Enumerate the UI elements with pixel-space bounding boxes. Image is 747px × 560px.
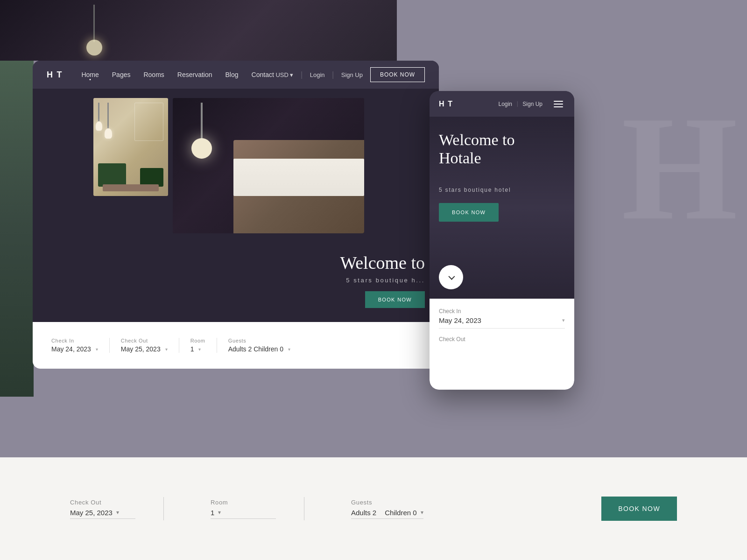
hero-title: Welcome to [340, 253, 425, 273]
desktop-logo: H T [47, 70, 63, 80]
mobile-checkin-field: Check In May 24, 2023 ▾ [439, 308, 565, 329]
bottom-book-now-button[interactable]: BOOK NOW [601, 497, 677, 521]
nav-link-reservation[interactable]: Reservation [177, 71, 212, 78]
mobile-navbar: H T Login | Sign Up [430, 91, 574, 117]
nav-link-pages[interactable]: Pages [112, 71, 131, 78]
desktop-login-button[interactable]: Login [310, 71, 325, 78]
desktop-booking-bar: Check In May 24, 2023 ▾ Check Out May 25… [33, 322, 439, 369]
mobile-signup[interactable]: Sign Up [522, 101, 543, 107]
nav-link-blog[interactable]: Blog [226, 71, 239, 78]
checkin-label: Check In [51, 338, 98, 343]
checkout-arrow-bottom: ▾ [116, 509, 119, 516]
room-image-bedroom [173, 98, 364, 233]
mobile-checkout-label: Check Out [439, 336, 565, 343]
mobile-hero: Welcome to Hotale 5 stars boutique hotel… [430, 117, 574, 299]
guests-value[interactable]: Adults 2 Children 0 ▾ [228, 345, 290, 353]
guests-arrow-bottom: ▾ [421, 509, 423, 516]
hamburger-line-3 [554, 106, 563, 107]
mobile-scroll-down-button[interactable] [439, 265, 463, 289]
bg-h-letter: H [621, 93, 738, 243]
mobile-book-now-button[interactable]: BOOK NOW [439, 203, 499, 222]
checkin-arrow: ▾ [96, 347, 98, 352]
checkin-value[interactable]: May 24, 2023 ▾ [51, 345, 98, 353]
mobile-login[interactable]: Login [499, 101, 512, 107]
checkout-label: Check Out [121, 338, 168, 343]
mobile-logo: H T [439, 100, 453, 108]
nav-link-home[interactable]: Home [81, 71, 99, 78]
hero-book-now-button[interactable]: BOOK NOW [365, 291, 425, 308]
mobile-divider: | [517, 100, 518, 107]
currency-selector[interactable]: USD ▾ [275, 71, 293, 78]
guests-field: Guests Adults 2 Children 0 ▾ [217, 338, 302, 353]
mobile-checkin-value[interactable]: May 24, 2023 ▾ [439, 316, 565, 329]
bg-top-image [0, 0, 397, 61]
bed [233, 140, 364, 233]
hero-text-block: Welcome to 5 stars boutique h... BOOK NO… [340, 253, 425, 308]
mobile-checkin-label: Check In [439, 308, 565, 315]
mobile-menu-icon[interactable] [552, 99, 565, 109]
guests-arrow: ▾ [288, 347, 290, 352]
mobile-card: H T Login | Sign Up Welcome to Hotale 5 … [430, 91, 574, 390]
guests-label-bottom: Guests [351, 499, 423, 506]
guests-field-bottom: Guests Adults 2 Children 0 ▾ [332, 499, 423, 519]
room-value[interactable]: 1 ▾ [190, 345, 205, 353]
checkout-label-bottom: Check Out [70, 499, 135, 506]
checkout-value-bottom[interactable]: May 25, 2023 ▾ [70, 509, 135, 519]
desktop-card: H T Home Pages Rooms Reservation Blog Co… [33, 61, 439, 369]
mobile-checkin-arrow: ▾ [562, 317, 565, 323]
guests-label: Guests [228, 338, 290, 343]
room-label: Room [190, 338, 205, 343]
mobile-booking-panel: Check In May 24, 2023 ▾ Check Out [430, 299, 574, 390]
arrow-down-icon [448, 273, 455, 280]
bottom-booking-bar: Check Out May 25, 2023 ▾ Room 1 ▾ Guests… [0, 457, 747, 560]
room-arrow: ▾ [198, 347, 201, 352]
nav-divider-2: | [332, 70, 334, 79]
desktop-nav-right: USD ▾ | Login | Sign Up BOOK NOW [275, 67, 425, 82]
divider-1 [163, 497, 164, 520]
guests-value-bottom[interactable]: Adults 2 Children 0 ▾ [351, 509, 423, 519]
nav-link-contact[interactable]: Contact [252, 71, 274, 78]
desktop-book-now-button[interactable]: BOOK NOW [370, 67, 425, 82]
checkin-field: Check In May 24, 2023 ▾ [51, 338, 110, 353]
desktop-nav-links: Home Pages Rooms Reservation Blog Contac… [81, 71, 275, 78]
checkout-field: Check Out May 25, 2023 ▾ [110, 338, 179, 353]
desktop-hero: Welcome to 5 stars boutique h... BOOK NO… [33, 89, 439, 322]
bg-left-strip [0, 61, 34, 397]
checkout-arrow: ▾ [165, 347, 168, 352]
mobile-hero-title: Welcome to Hotale [439, 131, 532, 167]
room-arrow-bottom: ▾ [218, 509, 221, 516]
room-value-bottom[interactable]: 1 ▾ [211, 509, 276, 519]
checkout-field-bottom: Check Out May 25, 2023 ▾ [70, 499, 135, 519]
divider-2 [304, 497, 304, 520]
mobile-hero-subtitle: 5 stars boutique hotel [439, 187, 511, 193]
hamburger-line-1 [554, 101, 563, 102]
room-label-bottom: Room [211, 499, 276, 506]
hero-subtitle: 5 stars boutique h... [340, 277, 425, 284]
nav-divider: | [301, 70, 303, 79]
checkout-value[interactable]: May 25, 2023 ▾ [121, 345, 168, 353]
nav-link-rooms[interactable]: Rooms [143, 71, 164, 78]
desktop-navbar: H T Home Pages Rooms Reservation Blog Co… [33, 61, 439, 89]
hamburger-line-2 [554, 104, 563, 105]
room-field-bottom: Room 1 ▾ [192, 499, 276, 519]
lamp [201, 103, 203, 159]
desktop-signup-button[interactable]: Sign Up [341, 71, 363, 78]
room-field: Room 1 ▾ [179, 338, 217, 353]
mobile-nav-right: Login | Sign Up [499, 99, 565, 109]
room-image-living [93, 98, 168, 196]
